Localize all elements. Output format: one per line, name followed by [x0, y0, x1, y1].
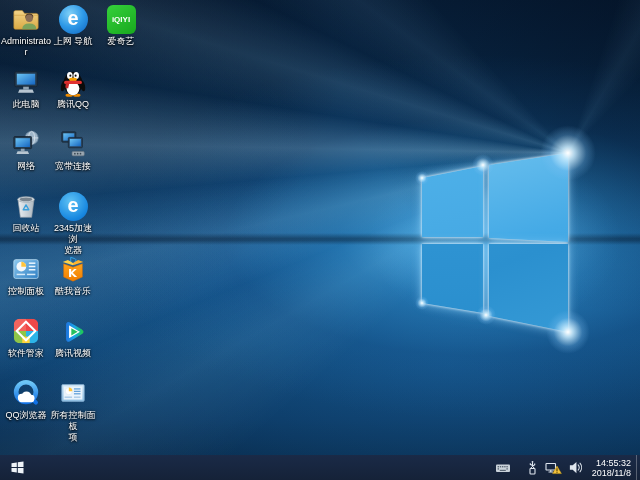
- desktop-icon-this-pc[interactable]: 此电脑: [3, 67, 49, 110]
- iqiyi-icon: iQIYI: [106, 4, 136, 34]
- icon-label: 软件管家: [8, 348, 44, 359]
- flare-top-mid: [472, 154, 494, 176]
- usb-safely-remove-icon[interactable]: [523, 455, 542, 480]
- touch-keyboard-icon[interactable]: [492, 455, 514, 480]
- software-manager-icon: [11, 316, 41, 346]
- flare-bottom-mid: [476, 305, 496, 325]
- show-desktop-button[interactable]: [636, 455, 640, 480]
- wallpaper: [0, 0, 640, 455]
- icon-label: 腾讯QQ: [57, 99, 89, 110]
- icon-label: 腾讯视频: [55, 348, 91, 359]
- volume-icon[interactable]: [565, 455, 586, 480]
- windows-desktop: Administrato r e 上网 导航 iQIYI 爱奇艺: [0, 0, 640, 480]
- flare-bottom-right: [546, 310, 590, 354]
- icon-label: QQ浏览器: [5, 410, 46, 421]
- qq-browser-icon: [11, 378, 41, 408]
- computer-icon: [11, 67, 41, 97]
- icon-label: 此电脑: [13, 99, 40, 110]
- icon-label: 控制面板: [8, 286, 44, 297]
- desktop-icon-broadband[interactable]: 宽带连接: [50, 129, 96, 172]
- desktop-icon-software-manager[interactable]: 软件管家: [3, 316, 49, 359]
- flare-top-right: [540, 125, 596, 181]
- icon-label: Administrato r: [1, 36, 51, 58]
- recycle-bin-icon: [11, 191, 41, 221]
- icon-label: 网络: [17, 161, 35, 172]
- icon-label: 上网 导航: [54, 36, 93, 47]
- flare-top-left: [415, 171, 429, 185]
- desktop-icon-qq-browser[interactable]: QQ浏览器: [3, 378, 49, 421]
- desktop-icon-control-panel[interactable]: 控制面板: [3, 254, 49, 297]
- network-status-warning-icon[interactable]: [542, 455, 565, 480]
- network-globe-icon: [11, 129, 41, 159]
- desktop-icon-recycle-bin[interactable]: 回收站: [3, 191, 49, 234]
- kuwo-music-box-icon: K: [58, 254, 88, 284]
- desktop-icon-all-control-panel-items[interactable]: 所有控制面板 项: [50, 378, 96, 443]
- control-panel-window-icon: [58, 378, 88, 408]
- icon-label: 爱奇艺: [108, 36, 135, 47]
- taskbar-clock[interactable]: 14:55:32 2018/11/8: [586, 455, 636, 480]
- desktop-icon-tencent-qq[interactable]: 腾讯QQ: [50, 67, 96, 110]
- broadband-monitors-icon: [58, 129, 88, 159]
- desktop-icon-tencent-video[interactable]: 腾讯视频: [50, 316, 96, 359]
- logo-pane-bottom-right: [0, 0, 640, 455]
- icon-label: 酷我音乐: [55, 286, 91, 297]
- clock-time: 14:55:32: [596, 458, 631, 468]
- svg-text:K: K: [68, 267, 78, 280]
- system-tray: 14:55:32 2018/11/8: [492, 455, 640, 480]
- qq-penguin-icon: [58, 67, 88, 97]
- desktop-icon-2345-browser[interactable]: e 2345加速浏 览器: [50, 191, 96, 256]
- taskbar: 14:55:32 2018/11/8: [0, 455, 640, 480]
- user-folder-icon: [11, 4, 41, 34]
- desktop-icon-network[interactable]: 网络: [3, 129, 49, 172]
- desktop-icon-kuwo-music[interactable]: K 酷我音乐: [50, 254, 96, 297]
- flare-bottom-left: [415, 296, 429, 310]
- tencent-video-play-icon: [58, 316, 88, 346]
- start-button[interactable]: [0, 455, 34, 480]
- control-panel-icon: [11, 254, 41, 284]
- clock-date: 2018/11/8: [592, 468, 631, 478]
- browser-e-icon: e: [58, 4, 88, 34]
- windows-logo-icon: [11, 461, 24, 474]
- desktop-icon-iqiyi[interactable]: iQIYI 爱奇艺: [98, 4, 144, 47]
- icon-label: 2345加速浏 览器: [50, 223, 96, 256]
- desktop-icon-administrator[interactable]: Administrato r: [3, 4, 49, 58]
- icon-label: 宽带连接: [55, 161, 91, 172]
- icon-label: 回收站: [13, 223, 40, 234]
- browser-e-icon: e: [58, 191, 88, 221]
- desktop-icon-internet-navigation[interactable]: e 上网 导航: [50, 4, 96, 47]
- icon-label: 所有控制面板 项: [50, 410, 96, 443]
